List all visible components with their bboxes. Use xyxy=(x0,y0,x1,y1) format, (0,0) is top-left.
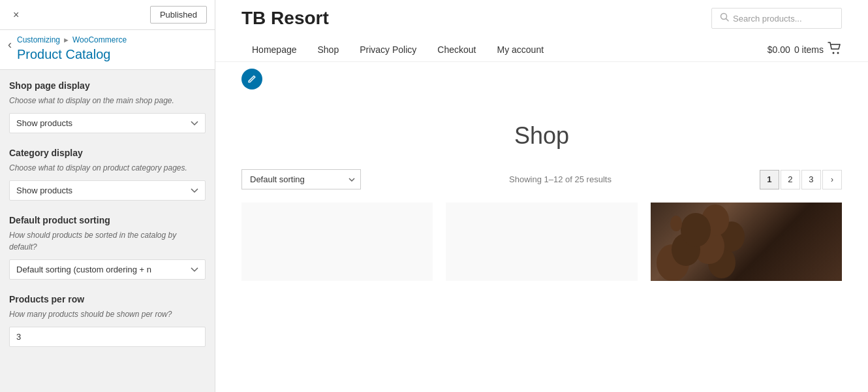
category-display-select[interactable]: Show products Show categories Show categ… xyxy=(9,180,206,201)
shop-display-desc: Choose what to display on the main shop … xyxy=(9,95,206,106)
nav-homepage[interactable]: Homepage xyxy=(241,38,307,61)
cart-amount: $0.00 xyxy=(767,44,790,55)
product-card-3[interactable] xyxy=(651,203,842,281)
nav-privacy-policy[interactable]: Privacy Policy xyxy=(349,38,427,61)
search-box[interactable]: Search products... xyxy=(711,8,842,29)
cart-icon xyxy=(828,42,842,58)
svg-point-2 xyxy=(833,52,835,54)
next-page-button[interactable]: › xyxy=(822,170,842,189)
category-display-title: Category display xyxy=(9,148,206,158)
site-title: TB Resort xyxy=(241,8,329,29)
page-3-button[interactable]: 3 xyxy=(801,170,821,189)
panel-content: Shop page display Choose what to display… xyxy=(0,70,215,392)
search-icon xyxy=(720,12,729,24)
search-placeholder: Search products... xyxy=(733,14,802,24)
shop-display-section: Shop page display Choose what to display… xyxy=(9,80,206,145)
nav-my-account[interactable]: My account xyxy=(487,38,555,61)
product-thumbnail xyxy=(651,203,842,281)
shop-toolbar: Default sorting Sort by popularity Sort … xyxy=(241,169,842,189)
cart-items: 0 items xyxy=(794,44,824,55)
published-button[interactable]: Published xyxy=(150,6,207,24)
nav-shop[interactable]: Shop xyxy=(307,38,350,61)
product-card-2[interactable] xyxy=(446,203,637,281)
svg-line-1 xyxy=(726,19,729,22)
woocommerce-link[interactable]: WooCommerce xyxy=(72,35,127,44)
panel-title: Product Catalog xyxy=(17,46,127,63)
nav-checkout[interactable]: Checkout xyxy=(427,38,486,61)
products-per-row-title: Products per row xyxy=(9,294,206,304)
breadcrumb-area: ‹ Customizing ► WooCommerce Product Cata… xyxy=(0,30,215,70)
close-button[interactable]: × xyxy=(8,7,24,24)
shop-heading: Shop xyxy=(241,96,842,169)
site-header-top: TB Resort Search products... xyxy=(241,8,842,29)
default-sorting-desc: How should products be sorted in the cat… xyxy=(9,229,206,253)
shop-content: Shop Default sorting Sort by popularity … xyxy=(215,96,868,281)
close-icon: × xyxy=(13,9,19,20)
products-per-row-input[interactable] xyxy=(9,327,206,347)
edit-pencil-button[interactable] xyxy=(241,69,262,90)
svg-point-3 xyxy=(837,52,839,54)
category-display-section: Category display Choose what to display … xyxy=(9,148,206,212)
nav-cart[interactable]: $0.00 0 items xyxy=(767,42,842,58)
page-2-button[interactable]: 2 xyxy=(781,170,800,189)
back-button[interactable]: ‹ xyxy=(8,35,17,54)
results-text: Showing 1–12 of 25 results xyxy=(509,174,612,184)
shop-display-title: Shop page display xyxy=(9,80,206,91)
shop-display-select[interactable]: Show products Show categories Show categ… xyxy=(9,113,206,133)
customizing-link[interactable]: Customizing xyxy=(17,35,60,44)
products-per-row-section: Products per row How many products shoul… xyxy=(9,294,206,347)
breadcrumb: Customizing ► WooCommerce xyxy=(17,35,127,44)
default-sorting-section: Default product sorting How should produ… xyxy=(9,215,206,291)
default-sorting-select[interactable]: Default sorting (custom ordering + n Pop… xyxy=(9,259,206,280)
customizer-panel: × Published ‹ Customizing ► WooCommerce … xyxy=(0,0,215,392)
product-card-1[interactable] xyxy=(241,203,433,281)
sort-select[interactable]: Default sorting Sort by popularity Sort … xyxy=(241,169,361,189)
site-nav: Homepage Shop Privacy Policy Checkout My… xyxy=(241,38,842,61)
page-1-button[interactable]: 1 xyxy=(760,170,779,189)
products-per-row-desc: How many products should be shown per ro… xyxy=(9,308,206,320)
top-bar: × Published xyxy=(0,0,215,30)
products-grid xyxy=(241,203,842,281)
site-header: TB Resort Search products... Homepage Sh… xyxy=(215,0,868,62)
preview-panel: TB Resort Search products... Homepage Sh… xyxy=(215,0,868,392)
pagination: 1 2 3 › xyxy=(760,170,842,189)
category-display-desc: Choose what to display on product catego… xyxy=(9,162,206,174)
breadcrumb-arrow: ► xyxy=(63,36,70,44)
default-sorting-title: Default product sorting xyxy=(9,215,206,225)
